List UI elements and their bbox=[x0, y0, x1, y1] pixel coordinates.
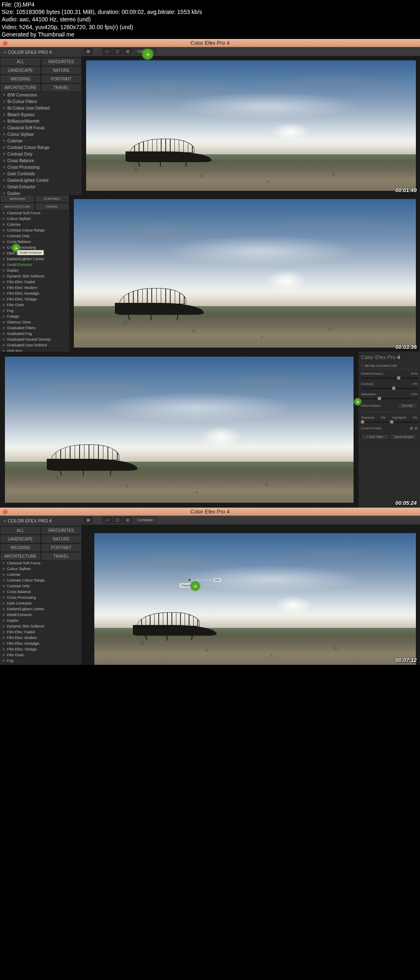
filter-item[interactable]: ★Contrast Only bbox=[0, 584, 82, 589]
filter-item[interactable]: ★Foliage bbox=[0, 664, 82, 665]
filter-item[interactable]: ★Cross Balance bbox=[0, 158, 82, 164]
filter-item[interactable]: ★Dark Contrasts bbox=[0, 171, 82, 177]
filter-item[interactable]: ★Colour Styliser bbox=[0, 566, 82, 572]
star-icon[interactable]: ★ bbox=[2, 659, 5, 663]
add-filter-button[interactable]: + Add Filter bbox=[361, 434, 389, 440]
filter-item[interactable]: ★Graduated Filters bbox=[0, 325, 69, 331]
star-icon[interactable]: ★ bbox=[2, 286, 5, 290]
star-icon[interactable]: ★ bbox=[2, 263, 5, 267]
highlights-slider[interactable] bbox=[390, 421, 418, 423]
filter-item[interactable]: ★Foliage bbox=[0, 314, 69, 320]
filter-item[interactable]: ★Contrast Colour Range bbox=[0, 578, 82, 584]
filter-item[interactable]: ★Classical Soft Focus bbox=[0, 211, 69, 216]
filter-item[interactable]: ★Film Grain bbox=[0, 653, 82, 658]
filter-item[interactable]: ★Film Efex: Vintage bbox=[0, 647, 82, 653]
tab-all[interactable]: ALL bbox=[0, 526, 41, 535]
filter-item[interactable]: ★Detail Extractor bbox=[0, 184, 82, 190]
image-viewer[interactable] bbox=[82, 56, 420, 195]
star-icon[interactable]: ★ bbox=[2, 234, 5, 238]
star-icon[interactable]: ★ bbox=[2, 584, 5, 588]
filter-item[interactable]: ★B/W Conversion bbox=[0, 92, 82, 98]
histogram-icon[interactable]: ▦ bbox=[84, 48, 93, 55]
single-view-icon[interactable]: ▭ bbox=[103, 517, 112, 523]
filter-item[interactable]: ★Colorise bbox=[0, 138, 82, 144]
star-icon[interactable]: ★ bbox=[2, 222, 5, 227]
star-icon[interactable]: ★ bbox=[2, 228, 5, 232]
star-icon[interactable]: ★ bbox=[2, 641, 5, 646]
filter-item[interactable]: ★Colour Styliser bbox=[0, 131, 82, 138]
filter-item[interactable]: ★Dynamic Skin Softener bbox=[0, 274, 69, 279]
star-icon[interactable]: ★ bbox=[2, 618, 5, 623]
star-icon[interactable]: ★ bbox=[2, 314, 5, 318]
filter-item[interactable]: ★Graduated Neutral Density bbox=[0, 337, 69, 343]
filter-item[interactable]: ★Film Efex: Modern bbox=[0, 285, 69, 291]
compare-button[interactable]: Compare bbox=[134, 48, 156, 55]
star-icon[interactable]: ★ bbox=[2, 251, 5, 255]
split-view-icon[interactable]: ◫ bbox=[113, 48, 122, 55]
filter-item[interactable]: ★Brilliance/Warmth bbox=[0, 118, 82, 125]
filter-item[interactable]: ★Contrast Only bbox=[0, 234, 69, 239]
star-icon[interactable]: ★ bbox=[2, 93, 6, 97]
star-icon[interactable]: ★ bbox=[2, 653, 5, 657]
star-icon[interactable]: ★ bbox=[2, 332, 5, 336]
star-icon[interactable]: ★ bbox=[2, 119, 6, 123]
save-recipe-button[interactable]: Save Recipe bbox=[390, 434, 418, 440]
star-icon[interactable]: ★ bbox=[2, 280, 5, 284]
star-icon[interactable]: ★ bbox=[2, 595, 5, 600]
star-icon[interactable]: ★ bbox=[2, 337, 5, 341]
tab-portrait[interactable]: PORTRAIT bbox=[35, 195, 70, 203]
tab-wedding[interactable]: WEDDING bbox=[0, 543, 41, 552]
radius-dropdown[interactable]: Normal bbox=[397, 403, 418, 409]
filter-item[interactable]: ★Duplex bbox=[0, 618, 82, 624]
star-icon[interactable]: ★ bbox=[2, 309, 5, 313]
histogram-icon[interactable]: ▦ bbox=[84, 517, 93, 523]
star-icon[interactable]: ★ bbox=[2, 106, 6, 110]
filter-item[interactable]: ★Film Grain bbox=[0, 302, 69, 308]
tab-all[interactable]: ALL bbox=[0, 57, 41, 66]
tab-nature[interactable]: NATURE bbox=[41, 66, 82, 75]
side-view-icon[interactable]: ▥ bbox=[123, 48, 132, 55]
star-icon[interactable]: ★ bbox=[2, 326, 5, 330]
star-icon[interactable]: ★ bbox=[2, 297, 5, 301]
star-icon[interactable]: ★ bbox=[2, 607, 5, 611]
star-icon[interactable]: ★ bbox=[2, 613, 5, 617]
filter-item[interactable]: ★Film Efex: Faded bbox=[0, 630, 82, 635]
filter-item[interactable]: ★Film Efex: Vintage bbox=[0, 297, 69, 302]
star-icon[interactable]: ★ bbox=[2, 145, 6, 149]
filter-item[interactable]: ★Cross Processing bbox=[0, 595, 82, 601]
filter-item[interactable]: ★Darken/Lighten Centre bbox=[0, 256, 69, 262]
filter-item[interactable]: ★Glamour Glow bbox=[0, 320, 69, 325]
filter-item[interactable]: ★Darken/Lighten Centre bbox=[0, 177, 82, 184]
filter-list[interactable]: ★Classical Soft Focus★Colour Styliser★Co… bbox=[0, 561, 82, 665]
tab-landscape[interactable]: LANDSCAPE bbox=[0, 535, 41, 543]
filter-item[interactable]: ★Contrast Colour Range bbox=[0, 228, 69, 234]
tab-wedding[interactable]: WEDDING bbox=[0, 195, 35, 203]
star-icon[interactable]: ★ bbox=[2, 217, 5, 221]
star-icon[interactable]: ★ bbox=[2, 211, 5, 215]
tab-favourites[interactable]: FAVOURITES bbox=[41, 526, 82, 535]
side-view-icon[interactable]: ▥ bbox=[123, 517, 132, 523]
filter-item[interactable]: ★Classical Soft Focus bbox=[0, 561, 82, 566]
star-icon[interactable]: ★ bbox=[2, 240, 5, 244]
star-icon[interactable]: ★ bbox=[2, 624, 5, 628]
star-icon[interactable]: ★ bbox=[2, 572, 5, 577]
tab-travel[interactable]: TRAVEL bbox=[41, 552, 82, 561]
filter-item[interactable]: ★Graduated User Defined bbox=[0, 343, 69, 348]
add-point-icon[interactable]: ⊕ ⊖ bbox=[410, 426, 418, 430]
star-icon[interactable]: ★ bbox=[2, 567, 5, 571]
star-icon[interactable]: ★ bbox=[2, 172, 6, 176]
filter-item[interactable]: ★Film Efex: Faded bbox=[0, 279, 69, 285]
star-icon[interactable]: ★ bbox=[2, 257, 5, 261]
star-icon[interactable]: ★ bbox=[2, 126, 6, 130]
star-icon[interactable]: ★ bbox=[2, 274, 5, 278]
tab-portrait[interactable]: PORTRAIT bbox=[41, 75, 82, 83]
star-icon[interactable]: ★ bbox=[2, 291, 5, 295]
star-icon[interactable]: ★ bbox=[2, 185, 6, 189]
star-icon[interactable]: ★ bbox=[2, 165, 6, 169]
tab-nature[interactable]: NATURE bbox=[41, 535, 82, 543]
star-icon[interactable]: ★ bbox=[2, 178, 6, 182]
filter-item[interactable]: ★Cross Balance bbox=[0, 589, 82, 595]
filter-item[interactable]: ★Duplex bbox=[0, 268, 69, 274]
filter-item[interactable]: ★Classical Soft Focus bbox=[0, 125, 82, 131]
section-title[interactable]: DETAIL EXTRACTOR bbox=[361, 363, 418, 369]
